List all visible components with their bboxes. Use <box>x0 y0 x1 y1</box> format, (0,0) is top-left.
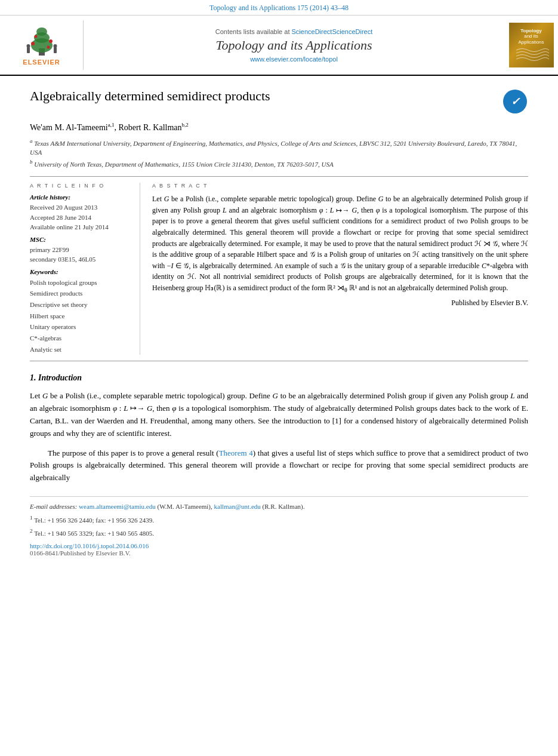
crossmark-svg: ✓ <box>505 91 525 112</box>
author1-sup: a,1 <box>108 122 115 128</box>
affiliations: a Texas A&M International University, De… <box>30 137 528 169</box>
footnote-1: 1 Tel.: +1 956 326 2440; fax: +1 956 326… <box>30 514 528 525</box>
intro-para2: The purpose of this paper is to prove a … <box>30 447 528 484</box>
elsevier-logo: ELSEVIER <box>21 24 63 66</box>
keywords-head: Keywords: <box>30 268 131 275</box>
journal-name: Topology and its Applications <box>215 38 372 53</box>
crossmark-icon: ✓ <box>503 90 527 113</box>
svg-point-11 <box>53 44 57 48</box>
keyword-3: Descriptive set theory <box>30 299 131 311</box>
svg-point-6 <box>34 35 37 38</box>
crossmark-badge[interactable]: ✓ <box>501 88 528 115</box>
svg-rect-8 <box>27 47 30 53</box>
email-footnote: E-mail addresses: weam.altameemi@tamiu.e… <box>30 502 528 512</box>
aff-b-text: University of North Texas, Department of… <box>34 161 333 168</box>
article-info-column: A R T I C L E I N F O Article history: R… <box>30 183 140 355</box>
keyword-6: C*-algebras <box>30 333 131 344</box>
affiliation-a: a Texas A&M International University, De… <box>30 137 528 157</box>
elsevier-logo-area: ELSEVIER <box>0 20 84 70</box>
theorem4-link[interactable]: Theorem 4 <box>219 448 253 457</box>
article-info-label: A R T I C L E I N F O <box>30 183 131 189</box>
journal-citation: Topology and its Applications 175 (2014)… <box>209 4 349 12</box>
contents-available-line: Contents lists available at ScienceDirec… <box>215 28 373 35</box>
thumb-title-line1: Topology <box>520 28 541 34</box>
keyword-5: Unitary operators <box>30 321 131 333</box>
aff-a-text: Texas A&M International University, Depa… <box>30 139 517 155</box>
keyword-4: Hilbert space <box>30 311 131 322</box>
email1-name: (W.M. Al-Tameemi), <box>157 503 212 510</box>
issn-line: 0166-8641/Published by Elsevier B.V. <box>30 549 528 557</box>
intro-section: 1. Introduction Let G be a Polish (i.e.,… <box>30 373 528 484</box>
thumb-title-line2: and its <box>524 33 538 39</box>
divider-after-affiliations <box>30 176 528 177</box>
top-citation-bar: Topology and its Applications 175 (2014)… <box>0 0 558 16</box>
authors-line: We'am M. Al-Tameemia,1, Robert R. Kallma… <box>30 122 528 133</box>
footer-area: E-mail addresses: weam.altameemi@tamiu.e… <box>30 496 528 557</box>
svg-point-9 <box>26 44 30 48</box>
msc-head: MSC: <box>30 236 131 243</box>
journal-header: ELSEVIER Contents lists available at Sci… <box>0 16 558 76</box>
article-title: Algebraically determined semidirect prod… <box>30 88 489 105</box>
footnote-2: 2 Tel.: +1 940 565 3329; fax: +1 940 565… <box>30 527 528 539</box>
journal-title-area: Contents lists available at ScienceDirec… <box>84 20 504 70</box>
intro-para1: Let G be a Polish (i.e., complete separa… <box>30 390 528 440</box>
abstract-text: Let G be a Polish (i.e., complete separa… <box>152 193 528 295</box>
article-title-area: Algebraically determined semidirect prod… <box>30 88 528 115</box>
history-head: Article history: <box>30 193 131 201</box>
msc-codes: primary 22F99 secondary 03E15, 46L05 <box>30 245 131 265</box>
author2-sup: b,2 <box>182 122 189 128</box>
journal-url[interactable]: www.elsevier.com/locate/topol <box>250 56 338 63</box>
keyword-1: Polish topological groups <box>30 277 131 288</box>
sciencedirect-link[interactable]: ScienceDirect <box>292 28 332 35</box>
email1-link[interactable]: weam.altameemi@tamiu.edu <box>79 503 156 510</box>
svg-rect-10 <box>54 47 57 53</box>
aff-a-label: a <box>30 138 33 144</box>
affiliation-b: b University of North Texas, Department … <box>30 158 528 169</box>
keyword-2: Semidirect products <box>30 288 131 299</box>
svg-point-3 <box>36 27 47 36</box>
svg-point-5 <box>49 39 53 43</box>
keyword-7: Analytic set <box>30 344 131 355</box>
elsevier-wordmark: ELSEVIER <box>23 59 60 66</box>
thumb-title-line3: Applications <box>518 39 544 45</box>
abstract-column: A B S T R A C T Let G be a Polish (i.e.,… <box>152 183 528 355</box>
svg-text:✓: ✓ <box>510 96 520 107</box>
doi-link[interactable]: http://dx.doi.org/10.1016/j.topol.2014.0… <box>30 542 528 549</box>
aff-b-label: b <box>30 159 33 165</box>
email2-name: (R.R. Kallman). <box>263 503 305 510</box>
email2-link[interactable]: kallman@unt.edu <box>214 503 261 510</box>
email-label: E-mail addresses: <box>30 503 77 510</box>
elsevier-tree-icon <box>21 24 63 57</box>
journal-cover-thumb: Topology and its Applications <box>509 23 554 67</box>
svg-point-7 <box>47 46 50 49</box>
keywords-list: Polish topological groups Semidirect pro… <box>30 277 131 355</box>
journal-thumbnail-area: Topology and its Applications <box>504 20 558 70</box>
divider-after-abstract <box>30 361 528 361</box>
received-date: Received 20 August 2013 Accepted 28 June… <box>30 202 131 232</box>
main-content: Algebraically determined semidirect prod… <box>0 76 558 568</box>
intro-heading: 1. Introduction <box>30 373 528 383</box>
svg-point-4 <box>31 42 35 45</box>
thumb-decoration <box>513 47 549 62</box>
published-line: Published by Elsevier B.V. <box>152 299 528 308</box>
article-info-abstract-section: A R T I C L E I N F O Article history: R… <box>30 183 528 355</box>
abstract-label: A B S T R A C T <box>152 183 528 189</box>
